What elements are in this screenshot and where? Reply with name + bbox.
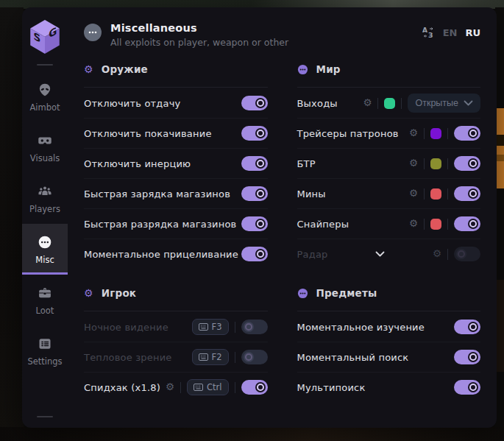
row-controls (454, 380, 480, 395)
feature-label: Отключить инерцию (84, 158, 191, 169)
sidebar-item-aimbot[interactable]: Aimbot (22, 71, 68, 122)
gear-icon[interactable]: ⚙ (409, 128, 418, 138)
toggle-switch[interactable] (454, 247, 480, 261)
feature-row: Трейсеры патронов⚙ (297, 118, 481, 148)
sidebar-nav: AimbotVisualsPlayersMiscLootSettings (22, 71, 68, 376)
toggle-knob (456, 249, 466, 259)
sidebar-item-players[interactable]: Players (22, 173, 68, 224)
feature-label: Моментальное изучение (297, 322, 425, 333)
row-controls: ⚙ (433, 247, 480, 261)
gear-icon[interactable]: ⚙ (433, 249, 441, 259)
toggle-switch[interactable] (454, 126, 480, 141)
toggle-switch[interactable] (241, 216, 268, 231)
control-separator (447, 188, 448, 200)
content-grid: ⚙ОружиеОтключить отдачуОтключить покачив… (68, 52, 497, 402)
gear-icon[interactable]: ⚙ (409, 158, 418, 169)
color-swatch[interactable] (384, 98, 395, 109)
control-separator (424, 158, 425, 169)
sidebar-item-label: Aimbot (29, 102, 60, 113)
row-controls: ⚙ (409, 156, 480, 171)
control-separator (447, 158, 448, 169)
feature-label: Быстрая разрядка магазинов (84, 219, 236, 230)
sidebar-item-visuals[interactable]: Visuals (22, 122, 68, 173)
dropdown-select[interactable]: Открытые (408, 94, 480, 113)
toggle-switch[interactable] (241, 380, 268, 395)
control-separator (447, 128, 448, 139)
sidebar-item-loot[interactable]: Loot (22, 275, 68, 325)
row-controls (241, 216, 268, 231)
gear-icon[interactable]: ⚙ (409, 219, 418, 229)
list-icon (38, 336, 52, 351)
feature-label: Моментальное прицеливание (84, 249, 238, 260)
toggle-switch[interactable] (454, 380, 480, 395)
feature-row: Быстрая разрядка магазинов (84, 208, 268, 239)
feature-label: Мультипоиск (297, 382, 366, 393)
control-separator (447, 249, 448, 260)
section-divider (297, 87, 481, 88)
lang-option-ru[interactable]: RU (465, 27, 480, 38)
toggle-knob (468, 382, 478, 392)
keybind-badge[interactable]: F2 (192, 349, 229, 365)
toggle-switch[interactable] (241, 126, 268, 141)
feature-label: Выходы (297, 98, 338, 109)
toggle-switch[interactable] (454, 320, 480, 334)
row-controls: ⚙ (409, 126, 480, 141)
feature-label: Спидхак (x1.8) (84, 382, 160, 393)
section-title: Мир (316, 63, 341, 75)
row-controls (241, 247, 268, 261)
feature-row: Моментальное изучение (297, 312, 481, 342)
section-divider (84, 311, 268, 311)
toggle-knob (255, 158, 266, 169)
toggle-knob (255, 188, 266, 199)
briefcase-icon (38, 286, 52, 300)
keybind-badge[interactable]: Ctrl (187, 379, 228, 395)
keyboard-icon (199, 323, 208, 331)
toggle-switch[interactable] (241, 96, 268, 110)
sidebar-item-settings[interactable]: Settings (22, 325, 68, 376)
row-controls: F3 (192, 319, 268, 335)
toggle-switch[interactable] (454, 186, 480, 201)
toggle-switch[interactable] (454, 216, 480, 231)
language-switcher: A З EN RU (422, 22, 480, 39)
ellipsis-circle-icon (84, 24, 102, 41)
color-swatch[interactable] (430, 219, 441, 230)
gear-icon[interactable]: ⚙ (166, 382, 174, 392)
control-separator (447, 219, 448, 230)
gear-icon[interactable]: ⚙ (363, 98, 372, 108)
keybind-badge[interactable]: F3 (192, 319, 229, 335)
keybind-label: F3 (212, 322, 222, 332)
control-separator (377, 98, 378, 109)
gear-icon[interactable]: ⚙ (409, 188, 418, 199)
toggle-switch[interactable] (241, 156, 268, 171)
svg-text:З: З (428, 32, 433, 39)
feature-row: Радар⚙ (297, 239, 481, 269)
color-swatch[interactable] (430, 188, 441, 200)
expand-chevron-icon[interactable] (328, 251, 433, 257)
toggle-switch[interactable] (241, 247, 268, 261)
toggle-switch[interactable] (454, 156, 480, 171)
feature-row: Выходы⚙Открытые (297, 88, 481, 118)
ellipsis-circle-icon (38, 235, 52, 250)
control-separator (424, 128, 425, 139)
feature-row: Отключить покачивание (84, 118, 268, 148)
toggle-knob (244, 352, 254, 362)
section-title: Оружие (102, 63, 148, 75)
feature-label: Быстрая зарядка магазинов (84, 188, 230, 200)
lang-option-en[interactable]: EN (443, 27, 458, 38)
sidebar-item-misc[interactable]: Misc (22, 224, 68, 275)
toggle-switch[interactable] (241, 350, 268, 364)
group-icon (38, 184, 52, 199)
toggle-knob (468, 322, 478, 332)
feature-row: Быстрая зарядка магазинов (84, 178, 268, 208)
row-controls (454, 350, 480, 364)
dropdown-value: Открытые (415, 98, 458, 108)
toggle-switch[interactable] (241, 186, 268, 201)
section-weapon: ⚙ОружиеОтключить отдачуОтключить покачив… (84, 60, 268, 269)
section-header: Предметы (297, 283, 481, 303)
color-swatch[interactable] (430, 128, 441, 139)
toggle-switch[interactable] (241, 320, 268, 334)
cheat-menu-window: S G AimbotVisualsPlayersMiscLootSettings… (22, 7, 497, 428)
control-separator (235, 382, 235, 393)
toggle-switch[interactable] (454, 350, 480, 364)
color-swatch[interactable] (430, 158, 441, 169)
